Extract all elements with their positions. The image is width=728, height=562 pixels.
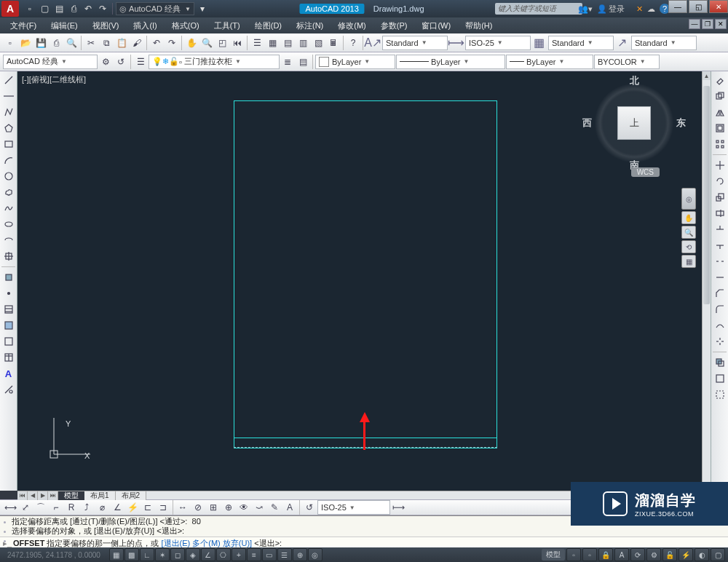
osnap-toggle-icon[interactable]: ◻ <box>170 548 185 561</box>
annoauto-icon[interactable]: ⟳ <box>630 548 645 561</box>
text-style-icon[interactable]: A↗ <box>365 36 380 50</box>
layout2-tab[interactable]: 布局2 <box>116 491 147 500</box>
tab-last-icon[interactable]: ⏭ <box>48 491 58 500</box>
rectangle-icon[interactable] <box>1 137 16 151</box>
dim-style-dropdown[interactable]: ISO-25▼ <box>465 36 531 50</box>
tab-prev-icon[interactable]: ◀ <box>28 491 38 500</box>
maximize-button[interactable]: ◱ <box>689 0 708 13</box>
qat-more-icon[interactable]: ▾ <box>196 2 209 15</box>
workspace-save-icon[interactable]: ↺ <box>114 55 128 69</box>
dim-aligned-icon[interactable]: ⤢ <box>18 500 33 515</box>
mleader-style-dropdown[interactable]: Standard▼ <box>631 36 697 50</box>
color-dropdown[interactable]: ByLayer▼ <box>315 55 395 69</box>
dim-diameter-icon[interactable]: ⌀ <box>95 500 109 515</box>
region-icon[interactable] <box>1 334 16 349</box>
model-tab[interactable]: 模型 <box>58 491 84 500</box>
coordinates-readout[interactable]: 2472.1905, 24.1178 , 0.0000 <box>3 551 105 559</box>
erase-icon[interactable] <box>713 73 727 87</box>
compass-west[interactable]: 西 <box>582 116 592 130</box>
extend-icon[interactable] <box>713 238 727 253</box>
dim-space-icon[interactable]: ↔ <box>175 500 190 515</box>
showmotion-icon[interactable]: ▦ <box>681 255 696 268</box>
copy-icon[interactable]: ⧉ <box>99 36 114 50</box>
markup-icon[interactable]: ▧ <box>311 36 325 50</box>
hardware-accel-icon[interactable]: ⚡ <box>678 548 693 561</box>
fillet-icon[interactable] <box>713 302 727 317</box>
draworder-icon[interactable] <box>713 355 727 370</box>
doc-minimize-button[interactable]: — <box>689 19 700 29</box>
properties-icon[interactable]: ☰ <box>250 36 264 50</box>
dim-continue-icon[interactable]: ⊐ <box>156 500 170 515</box>
break-icon[interactable] <box>713 254 727 269</box>
compass-north[interactable]: 北 <box>630 74 639 87</box>
mirror-icon[interactable] <box>713 105 727 119</box>
menu-insert[interactable]: 插入(I) <box>126 19 164 33</box>
infocenter-icon[interactable]: 👥▾ <box>578 4 593 14</box>
zoom-prev-icon[interactable]: ⏮ <box>230 36 245 50</box>
new-icon[interactable]: ▫ <box>3 36 17 50</box>
am-toggle-icon[interactable]: ◎ <box>308 548 323 561</box>
layer-state-icon[interactable]: ▤ <box>296 55 310 69</box>
qp-toggle-icon[interactable]: ☰ <box>277 548 292 561</box>
qat-new-icon[interactable]: ▫ <box>23 2 36 15</box>
dimtedit-icon[interactable]: A <box>282 500 297 515</box>
qat-save-icon[interactable]: ▤ <box>52 2 66 15</box>
join-icon[interactable] <box>713 270 727 285</box>
app-logo[interactable]: A <box>1 1 19 17</box>
dim-break-icon[interactable]: ⊘ <box>191 500 205 515</box>
menu-tools[interactable]: 工具(T) <box>207 19 248 33</box>
layout1-tab[interactable]: 布局1 <box>84 491 116 500</box>
dim-baseline-icon[interactable]: ⊏ <box>141 500 155 515</box>
menu-parametric[interactable]: 参数(P) <box>373 19 415 33</box>
viewcube-top-face[interactable]: 上 <box>617 106 651 140</box>
grid-toggle-icon[interactable]: ▩ <box>124 548 139 561</box>
lineweight-dropdown[interactable]: ByLayer▼ <box>506 55 593 69</box>
ducs-toggle-icon[interactable]: ⎔ <box>216 548 231 561</box>
close-button[interactable]: ✕ <box>709 0 728 13</box>
block-icon[interactable] <box>1 270 16 285</box>
preview-icon[interactable]: 🔍 <box>64 36 79 50</box>
annoscale-icon[interactable]: 🔒 <box>598 548 613 561</box>
view-cube[interactable]: 北 南 东 西 上 <box>587 76 681 170</box>
text-style-dropdown[interactable]: Standard▼ <box>382 36 448 50</box>
otrack-toggle-icon[interactable]: ∠ <box>201 548 215 561</box>
matchprop-icon[interactable]: 🖌 <box>130 36 144 50</box>
tool-palette-icon[interactable]: ▤ <box>280 36 295 50</box>
polygon-icon[interactable] <box>1 121 16 135</box>
menu-edit[interactable]: 编辑(E) <box>44 19 85 33</box>
drawing-canvas[interactable]: [-][俯视][二维线框] Y X 北 南 东 西 上 WCS ◎ ✋ 🔍 ⟲ … <box>17 71 711 491</box>
gradient-icon[interactable] <box>1 318 16 333</box>
workspace-settings-icon[interactable]: ⚙ <box>98 55 113 69</box>
arc-icon[interactable] <box>1 153 16 167</box>
qat-open-icon[interactable]: ▢ <box>38 2 51 15</box>
layer-manager-icon[interactable]: ☰ <box>133 55 148 69</box>
pline-icon[interactable] <box>1 105 16 119</box>
doc-restore-button[interactable]: ❐ <box>702 19 713 29</box>
ortho-toggle-icon[interactable]: ∟ <box>140 548 154 561</box>
exchange-icon[interactable]: ✕ <box>636 4 643 14</box>
table-icon[interactable] <box>1 350 16 365</box>
layer-prev-icon[interactable]: ≣ <box>280 55 295 69</box>
qat-undo-icon[interactable]: ↶ <box>82 2 95 15</box>
paste-icon[interactable]: 📋 <box>114 36 129 50</box>
mtext-icon[interactable]: A <box>1 366 16 381</box>
spline-icon[interactable] <box>1 201 16 215</box>
zoom-window-icon[interactable]: ◰ <box>215 36 229 50</box>
line-icon[interactable] <box>1 73 16 87</box>
scroll-up-icon[interactable]: ▲ <box>703 71 711 80</box>
dc-icon[interactable]: ▦ <box>265 36 280 50</box>
doc-close-button[interactable]: ✕ <box>715 19 727 29</box>
tab-next-icon[interactable]: ▶ <box>38 491 48 500</box>
calc-icon[interactable]: 🖩 <box>326 36 341 50</box>
addselected-icon[interactable] <box>1 382 16 397</box>
tpy-toggle-icon[interactable]: ▭ <box>262 548 277 561</box>
layer-dropdown[interactable]: 💡❄🔓▫ 三门推拉衣柜▼ <box>149 55 280 69</box>
blend-icon[interactable] <box>713 318 727 333</box>
tab-first-icon[interactable]: ⏮ <box>17 491 28 500</box>
dyn-toggle-icon[interactable]: + <box>232 548 246 561</box>
point-icon[interactable] <box>1 286 16 301</box>
explode-icon[interactable] <box>713 334 727 349</box>
ellipse-icon[interactable] <box>1 217 16 231</box>
menu-dimension[interactable]: 标注(N) <box>289 19 331 33</box>
clean-screen-icon[interactable]: ▢ <box>711 548 725 561</box>
